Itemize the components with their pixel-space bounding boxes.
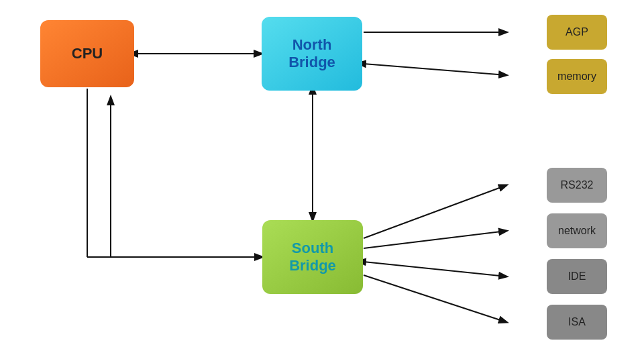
- svg-line-9: [364, 262, 506, 276]
- south-bridge-label: SouthBridge: [289, 240, 336, 274]
- isa-block: ISA: [547, 305, 607, 340]
- svg-line-10: [364, 275, 506, 322]
- network-label: network: [558, 225, 596, 237]
- network-block: network: [547, 213, 607, 248]
- memory-block: memory: [547, 59, 607, 94]
- agp-block: AGP: [547, 15, 607, 50]
- memory-label: memory: [557, 70, 596, 83]
- svg-line-2: [364, 64, 506, 75]
- diagram-container: CPU NorthBridge SouthBridge AGP memory R…: [0, 0, 644, 353]
- rs232-label: RS232: [561, 179, 594, 191]
- north-bridge-label: NorthBridge: [288, 36, 335, 71]
- isa-label: ISA: [568, 316, 586, 328]
- rs232-block: RS232: [547, 168, 607, 203]
- ide-block: IDE: [547, 259, 607, 294]
- cpu-block: CPU: [40, 20, 134, 87]
- svg-line-7: [364, 185, 506, 238]
- north-bridge-block: NorthBridge: [262, 17, 362, 91]
- agp-label: AGP: [566, 26, 588, 38]
- ide-label: IDE: [568, 270, 586, 283]
- svg-line-8: [364, 231, 506, 248]
- cpu-label: CPU: [72, 45, 103, 62]
- south-bridge-block: SouthBridge: [262, 220, 363, 294]
